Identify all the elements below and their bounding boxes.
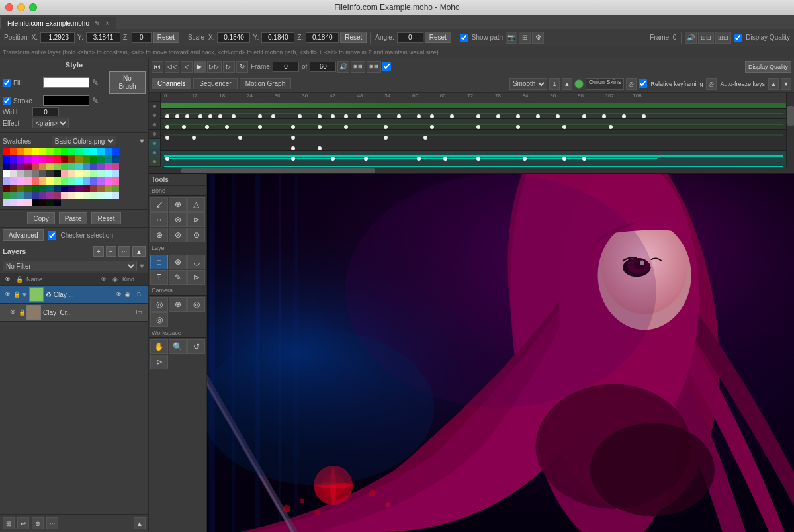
grid-icon-btn[interactable]: ⊞ xyxy=(519,32,531,44)
layer-tool-6[interactable]: ⊳ xyxy=(187,270,205,285)
smooth-toggle[interactable] xyxy=(574,79,584,89)
audio-pb-button[interactable]: 🔊 xyxy=(337,61,349,73)
color-cell-63[interactable] xyxy=(112,170,119,177)
color-cell-43[interactable] xyxy=(83,163,90,170)
quality-btn-2[interactable]: ⊞⊟ xyxy=(367,61,381,73)
color-cell-51[interactable] xyxy=(24,170,32,177)
color-cell-108[interactable] xyxy=(90,192,97,199)
color-cell-112[interactable] xyxy=(3,199,10,206)
color-cell-74[interactable] xyxy=(75,177,83,185)
bone-tool-6[interactable]: ⊳ xyxy=(187,212,205,227)
display-quality-checkbox[interactable] xyxy=(734,34,742,42)
color-cell-105[interactable] xyxy=(68,192,75,199)
frame-input[interactable] xyxy=(273,62,299,72)
color-cell-87[interactable] xyxy=(54,185,61,192)
workspace-tool-2[interactable]: 🔍 xyxy=(169,339,187,354)
sequencer-tab[interactable]: Sequencer xyxy=(193,78,237,89)
tl-icon-row-5[interactable]: ⊕ xyxy=(149,139,160,148)
file-tab[interactable]: FileInfo.com Example.moho ✎ × xyxy=(0,17,116,29)
tl-scroll-thumb[interactable] xyxy=(181,168,375,173)
total-frames-input[interactable] xyxy=(310,62,336,72)
color-cell-97[interactable] xyxy=(10,192,17,199)
color-cell-46[interactable] xyxy=(105,163,112,170)
color-cell-89[interactable] xyxy=(68,185,75,192)
reset-style-button[interactable]: Reset xyxy=(91,212,120,224)
color-cell-58[interactable] xyxy=(75,170,83,177)
motion-graph-tab[interactable]: Motion Graph xyxy=(240,78,292,89)
color-cell-3[interactable] xyxy=(24,148,32,155)
reset-button-1[interactable]: Reset xyxy=(153,32,179,43)
color-cell-8[interactable] xyxy=(61,148,68,155)
color-cell-107[interactable] xyxy=(83,192,90,199)
rewind-button[interactable]: ⏮ xyxy=(152,61,163,73)
tl-icon-row-4[interactable]: ⊕ xyxy=(149,130,160,139)
color-cell-4[interactable] xyxy=(32,148,39,155)
loop-button[interactable]: ↻ xyxy=(236,61,248,73)
color-cell-59[interactable] xyxy=(83,170,90,177)
color-cell-50[interactable] xyxy=(17,170,24,177)
paste-button[interactable]: Paste xyxy=(59,212,88,224)
color-cell-33[interactable] xyxy=(10,163,17,170)
tl-icon-row-2[interactable]: ⊕ xyxy=(149,111,160,120)
color-cell-77[interactable] xyxy=(97,177,105,185)
color-cell-7[interactable] xyxy=(54,148,61,155)
color-cell-104[interactable] xyxy=(61,192,68,199)
color-cell-5[interactable] xyxy=(39,148,46,155)
color-cell-31[interactable] xyxy=(112,155,119,163)
bone-tool-1[interactable]: ↙ xyxy=(150,197,168,212)
file-tab-close[interactable]: × xyxy=(105,20,109,27)
no-brush-box[interactable]: NoBrush xyxy=(109,71,146,94)
smooth-select[interactable]: Smooth xyxy=(509,78,547,90)
camera-icon-btn[interactable]: 📷 xyxy=(506,32,517,44)
reset-button-3[interactable]: Reset xyxy=(425,32,451,43)
color-cell-91[interactable] xyxy=(83,185,90,192)
color-cell-111[interactable] xyxy=(112,192,119,199)
color-cell-66[interactable] xyxy=(17,177,24,185)
color-cell-115[interactable] xyxy=(24,199,32,206)
workspace-tool-1[interactable]: ✋ xyxy=(150,339,168,354)
color-cell-76[interactable] xyxy=(90,177,97,185)
color-cell-28[interactable] xyxy=(90,155,97,163)
bottom-icon-4[interactable]: ··· xyxy=(46,517,58,529)
color-cell-17[interactable] xyxy=(10,155,17,163)
color-cell-67[interactable] xyxy=(24,177,32,185)
color-cell-18[interactable] xyxy=(17,155,24,163)
scale-z-input[interactable] xyxy=(306,32,339,43)
x-input[interactable] xyxy=(40,32,75,43)
color-cell-35[interactable] xyxy=(24,163,32,170)
color-cell-85[interactable] xyxy=(39,185,46,192)
play-button[interactable]: ▶ xyxy=(194,61,206,73)
auto-freeze-btn[interactable]: ▲ xyxy=(768,78,779,90)
display-quality-button[interactable]: Display Quality xyxy=(745,61,791,73)
tl-icon-row-3[interactable]: ⊕ xyxy=(149,120,160,130)
stroke-pencil-icon[interactable]: ✎ xyxy=(92,96,99,105)
filter-select[interactable]: No Filter xyxy=(3,261,137,271)
color-cell-1[interactable] xyxy=(10,148,17,155)
color-cell-30[interactable] xyxy=(105,155,112,163)
color-cell-78[interactable] xyxy=(105,177,112,185)
close-button[interactable] xyxy=(5,3,13,11)
color-cell-72[interactable] xyxy=(61,177,68,185)
color-cell-60[interactable] xyxy=(90,170,97,177)
timeline-scroll-thumb[interactable] xyxy=(787,106,794,126)
color-cell-64[interactable] xyxy=(3,177,10,185)
color-cell-71[interactable] xyxy=(54,177,61,185)
bone-tool-9[interactable]: ⊙ xyxy=(187,228,205,242)
color-cell-39[interactable] xyxy=(54,163,61,170)
show-path-checkbox[interactable] xyxy=(460,34,468,42)
channels-tab[interactable]: Channels xyxy=(152,78,191,89)
layer-tool-5[interactable]: ✎ xyxy=(169,270,187,285)
next-frame-button[interactable]: ▷▷ xyxy=(207,61,222,73)
timeline-scrollbar[interactable] xyxy=(786,93,794,167)
scale-x-input[interactable] xyxy=(217,32,250,43)
color-cell-90[interactable] xyxy=(75,185,83,192)
color-cell-88[interactable] xyxy=(61,185,68,192)
color-cell-42[interactable] xyxy=(75,163,83,170)
color-cell-57[interactable] xyxy=(68,170,75,177)
color-cell-103[interactable] xyxy=(54,192,61,199)
color-cell-52[interactable] xyxy=(32,170,39,177)
tl-icon-row-1[interactable]: ⊕ xyxy=(149,102,160,111)
color-cell-62[interactable] xyxy=(105,170,112,177)
color-cell-34[interactable] xyxy=(17,163,24,170)
color-cell-25[interactable] xyxy=(68,155,75,163)
